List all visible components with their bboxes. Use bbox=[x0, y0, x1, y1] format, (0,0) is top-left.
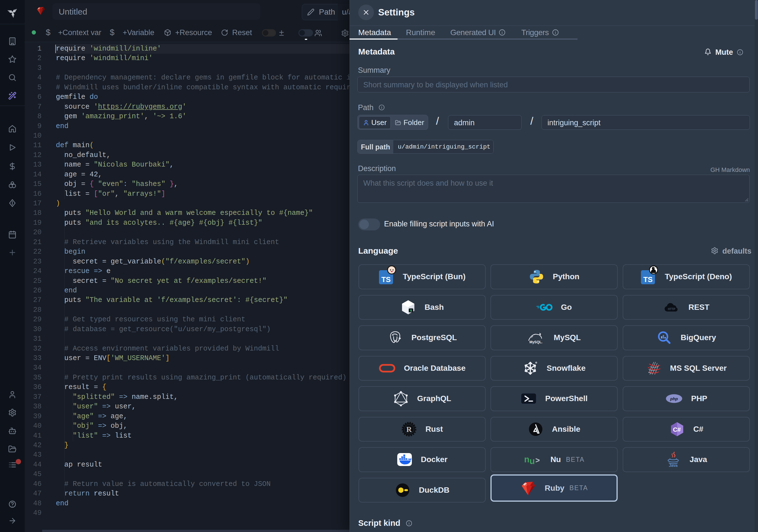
svg-text:R: R bbox=[406, 425, 412, 434]
svg-text:Java: Java bbox=[669, 463, 678, 467]
svg-text:TS: TS bbox=[643, 275, 652, 284]
svg-text:C#: C# bbox=[673, 426, 681, 433]
svg-text:php: php bbox=[670, 396, 678, 401]
svg-text:TS: TS bbox=[381, 275, 391, 284]
svg-text:MySQL.: MySQL. bbox=[530, 340, 543, 344]
svg-text:HTTP: HTTP bbox=[668, 307, 675, 311]
svg-text:u: u bbox=[530, 456, 535, 465]
svg-text:>: > bbox=[535, 456, 540, 465]
svg-text:$: $ bbox=[410, 309, 412, 312]
svg-text:n: n bbox=[524, 454, 530, 464]
